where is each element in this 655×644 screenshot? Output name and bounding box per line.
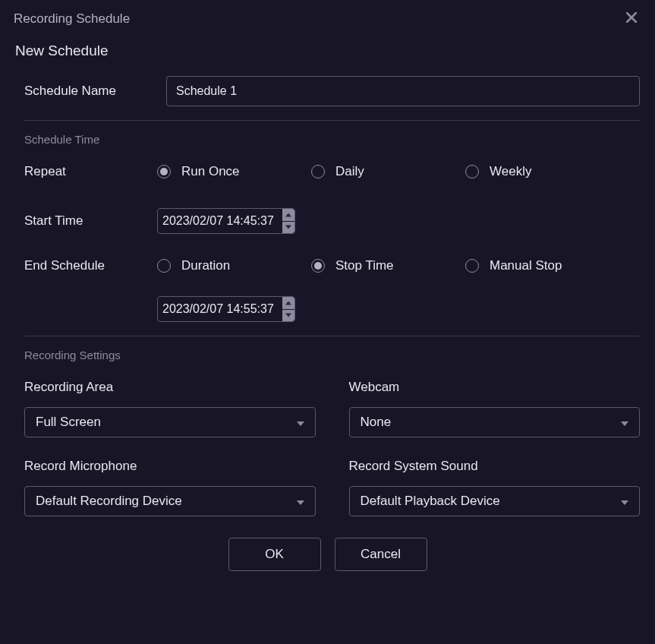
stop-time-spinner-down[interactable] xyxy=(282,310,294,322)
repeat-daily-radio[interactable]: Daily xyxy=(311,164,465,179)
record-microphone-select[interactable]: Default Recording Device xyxy=(24,486,316,516)
radio-unselected-icon xyxy=(465,259,479,273)
recording-area-label: Recording Area xyxy=(24,380,316,395)
radio-selected-icon xyxy=(157,165,171,178)
divider xyxy=(24,336,640,336)
end-stop-time-label: Stop Time xyxy=(335,258,394,273)
chevron-up-icon xyxy=(285,213,291,217)
stop-time-spinner-up[interactable] xyxy=(282,297,294,309)
chevron-down-icon xyxy=(285,313,291,317)
recording-settings-section-label: Recording Settings xyxy=(24,349,640,361)
repeat-weekly-radio[interactable]: Weekly xyxy=(465,164,619,179)
chevron-up-icon xyxy=(285,301,291,305)
start-time-label: Start Time xyxy=(15,213,157,229)
end-manual-stop-label: Manual Stop xyxy=(490,258,562,273)
record-system-sound-value: Default Playback Device xyxy=(350,487,640,516)
cancel-button[interactable]: Cancel xyxy=(335,538,427,571)
radio-selected-icon xyxy=(311,259,325,273)
recording-area-select[interactable]: Full Screen xyxy=(24,407,316,437)
dialog-content: New Schedule Schedule Name Schedule Time… xyxy=(0,36,655,586)
record-microphone-label: Record Microphone xyxy=(24,459,316,474)
repeat-daily-label: Daily xyxy=(335,164,364,179)
divider xyxy=(24,120,640,121)
schedule-name-label: Schedule Name xyxy=(24,84,166,99)
start-time-field[interactable] xyxy=(157,208,295,234)
ok-button[interactable]: OK xyxy=(228,538,321,571)
webcam-label: Webcam xyxy=(349,380,641,395)
record-system-sound-label: Record System Sound xyxy=(349,459,641,474)
close-icon xyxy=(626,12,637,23)
end-duration-radio[interactable]: Duration xyxy=(157,258,311,273)
schedule-time-section-label: Schedule Time xyxy=(24,133,640,146)
stop-time-field[interactable] xyxy=(157,296,295,322)
start-time-input[interactable] xyxy=(158,209,282,233)
start-time-spinner-down[interactable] xyxy=(282,222,294,234)
close-button[interactable] xyxy=(623,9,640,29)
end-manual-stop-radio[interactable]: Manual Stop xyxy=(465,258,619,273)
window-title: Recording Schedule xyxy=(14,11,130,27)
repeat-weekly-label: Weekly xyxy=(490,164,531,179)
stop-time-input[interactable] xyxy=(158,297,282,321)
repeat-label: Repeat xyxy=(15,164,157,179)
repeat-run-once-radio[interactable]: Run Once xyxy=(157,164,311,179)
titlebar: Recording Schedule xyxy=(0,0,655,36)
end-stop-time-radio[interactable]: Stop Time xyxy=(311,258,465,273)
record-microphone-value: Default Recording Device xyxy=(25,487,315,516)
record-system-sound-select[interactable]: Default Playback Device xyxy=(349,486,641,516)
new-schedule-heading: New Schedule xyxy=(15,43,640,59)
radio-unselected-icon xyxy=(311,165,325,178)
webcam-value: None xyxy=(350,408,640,437)
end-schedule-label: End Schedule xyxy=(15,258,157,273)
radio-unselected-icon xyxy=(465,165,479,178)
end-duration-label: Duration xyxy=(181,258,230,273)
chevron-down-icon xyxy=(285,225,291,229)
repeat-run-once-label: Run Once xyxy=(181,164,240,179)
schedule-name-input[interactable] xyxy=(166,76,640,106)
start-time-spinner-up[interactable] xyxy=(282,209,294,221)
radio-unselected-icon xyxy=(157,259,171,273)
webcam-select[interactable]: None xyxy=(349,407,641,437)
recording-area-value: Full Screen xyxy=(25,408,315,437)
